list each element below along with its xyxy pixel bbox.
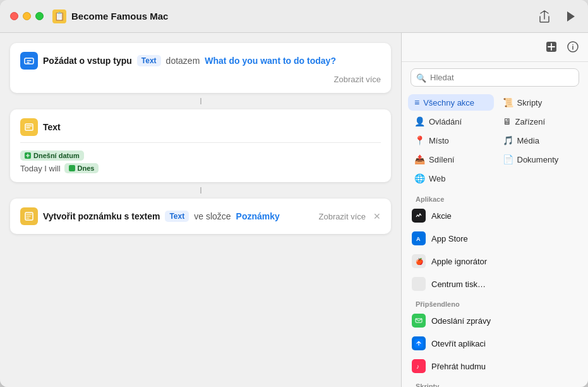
card2-icon — [20, 118, 38, 136]
card1-title: Požádat o vstup typu — [43, 56, 132, 66]
sharing-icon: 📤 — [414, 154, 425, 164]
card1-link[interactable]: What do you want to do today? — [205, 56, 336, 66]
play-music-label: Přehrát hudmu — [431, 362, 578, 371]
pill-web[interactable]: 🌐 Web — [408, 170, 494, 187]
card3-show-more[interactable]: Zobrazit více — [319, 212, 366, 221]
svg-text:♪: ♪ — [416, 363, 419, 370]
card2-body: Dnešní datum Today I will Dnes — [20, 142, 381, 173]
pill-documents[interactable]: 📄 Dokumenty — [496, 151, 582, 168]
send-msg-icon — [412, 314, 426, 328]
search-icon: 🔍 — [416, 73, 426, 82]
action-card-ask-input: Požádat o vstup typu Text dotazem What d… — [10, 43, 391, 93]
section-scripts: Skripty — [407, 378, 583, 387]
pill-media[interactable]: 🎵 Média — [496, 132, 582, 149]
centrum-label: Centrum tisk… — [431, 280, 578, 289]
search-bar: 🔍 — [411, 68, 579, 87]
main-window: 📋 Become Famous Mac — [0, 0, 588, 387]
list-item-akcie[interactable]: Akcie — [407, 204, 583, 227]
web-icon: 🌐 — [414, 173, 425, 183]
card1-badge[interactable]: Text — [137, 55, 161, 66]
app-icon: 📋 — [52, 9, 66, 23]
card3-link[interactable]: Poznámky — [236, 211, 280, 221]
card2-title: Text — [43, 122, 61, 132]
pill-scripts[interactable]: 📜 Skripty — [496, 94, 582, 111]
card2-header: Text — [20, 118, 381, 136]
svg-rect-3 — [69, 165, 75, 171]
action-card-create-note: Vytvořit poznámku s textem Text ve složc… — [10, 199, 391, 234]
workflow-panel: Požádat o vstup typu Text dotazem What d… — [0, 33, 401, 387]
sidebar-header — [402, 33, 588, 62]
list-icon: ≡ — [414, 97, 419, 108]
pill-control[interactable]: 👤 Ovládání — [408, 113, 494, 130]
card2-today-badge: Dnes — [64, 163, 99, 173]
list-item-apple[interactable]: 🍎 Apple ignorátor — [407, 250, 583, 273]
action-card-text: Text Dnešní datum Today I will Dnes — [10, 109, 391, 182]
list-item-centrum[interactable]: Centrum tisk… — [407, 273, 583, 295]
share-button[interactable] — [536, 8, 553, 25]
search-input[interactable] — [411, 68, 579, 87]
location-icon: 📍 — [414, 135, 425, 145]
card3-header: Vytvořit poznámku s textem Text ve složc… — [20, 207, 381, 225]
app-store-icon: A — [412, 231, 426, 245]
action-list: Aplikace Akcie A App Store 🍎 — [402, 190, 588, 387]
pill-devices[interactable]: 🖥 Zařízení — [496, 113, 582, 130]
card2-body-text: Today I will — [20, 164, 61, 173]
devices-icon: 🖥 — [503, 116, 512, 126]
scripts-icon: 📜 — [503, 97, 513, 108]
send-msg-label: Odeslání zprávy — [431, 316, 578, 326]
list-item-send-msg[interactable]: Odeslání zprávy — [407, 309, 583, 332]
akcie-icon — [412, 209, 426, 223]
svg-rect-13 — [414, 280, 423, 288]
play-music-icon: ♪ — [412, 359, 426, 373]
apple-label: Apple ignorátor — [431, 257, 578, 266]
documents-icon: 📄 — [503, 154, 513, 164]
apple-icon: 🍎 — [412, 254, 426, 268]
card3-close[interactable]: ✕ — [373, 211, 381, 221]
section-apps: Aplikace — [407, 190, 583, 204]
maximize-button[interactable] — [35, 12, 44, 20]
actions-sidebar: 🔍 ≡ Všechny akce 📜 Skripty 👤 Ovládání — [401, 33, 588, 387]
card2-text-row: Today I will Dnes — [20, 163, 381, 173]
card2-body-row: Dnešní datum — [20, 150, 381, 161]
list-item-app-store[interactable]: A App Store — [407, 227, 583, 250]
svg-rect-1 — [25, 124, 33, 130]
traffic-lights — [10, 12, 44, 20]
pill-sharing[interactable]: 📤 Sdílení — [408, 151, 494, 168]
svg-point-7 — [572, 44, 573, 46]
card3-middle: ve složce — [194, 211, 231, 221]
list-item-play-music[interactable]: ♪ Přehrát hudmu — [407, 355, 583, 378]
svg-text:🍎: 🍎 — [416, 257, 423, 266]
card2-body-label: Dnešní datum — [20, 150, 84, 161]
info-button[interactable] — [567, 40, 579, 56]
card1-icon — [20, 52, 38, 70]
content-area: Požádat o vstup typu Text dotazem What d… — [0, 33, 588, 387]
app-store-label: App Store — [431, 234, 578, 243]
card3-title: Vytvořit poznámku s textem — [43, 211, 160, 221]
svg-text:A: A — [416, 236, 421, 242]
open-app-icon — [412, 336, 426, 350]
akcie-label: Akcie — [431, 211, 578, 221]
card1-show-more[interactable]: Zobrazit více — [334, 75, 381, 84]
card3-badge[interactable]: Text — [165, 211, 189, 222]
titlebar: 📋 Become Famous Mac — [0, 0, 588, 33]
connector-1 — [10, 98, 391, 104]
play-button[interactable] — [564, 8, 578, 25]
minimize-button[interactable] — [23, 12, 31, 20]
card3-icon — [20, 207, 38, 225]
list-item-open-app[interactable]: Otevřít aplikaci — [407, 332, 583, 355]
connector-2 — [10, 187, 391, 194]
category-pills: ≡ Všechny akce 📜 Skripty 👤 Ovládání 🖥 Za… — [402, 90, 588, 190]
control-icon: 👤 — [414, 116, 425, 126]
centrum-icon — [412, 277, 426, 291]
titlebar-actions — [536, 8, 578, 25]
card1-middle: dotazem — [166, 56, 200, 66]
media-icon: 🎵 — [503, 135, 513, 145]
pill-all-actions[interactable]: ≡ Všechny akce — [408, 94, 494, 111]
card1-header: Požádat o vstup typu Text dotazem What d… — [20, 52, 381, 84]
card2-date-label: Dnešní datum — [33, 152, 80, 159]
pill-location[interactable]: 📍 Místo — [408, 132, 494, 149]
window-title: Become Famous Mac — [71, 11, 536, 22]
close-button[interactable] — [10, 12, 18, 20]
add-action-button[interactable] — [545, 40, 558, 56]
section-pinned: Připšendleno — [407, 295, 583, 309]
